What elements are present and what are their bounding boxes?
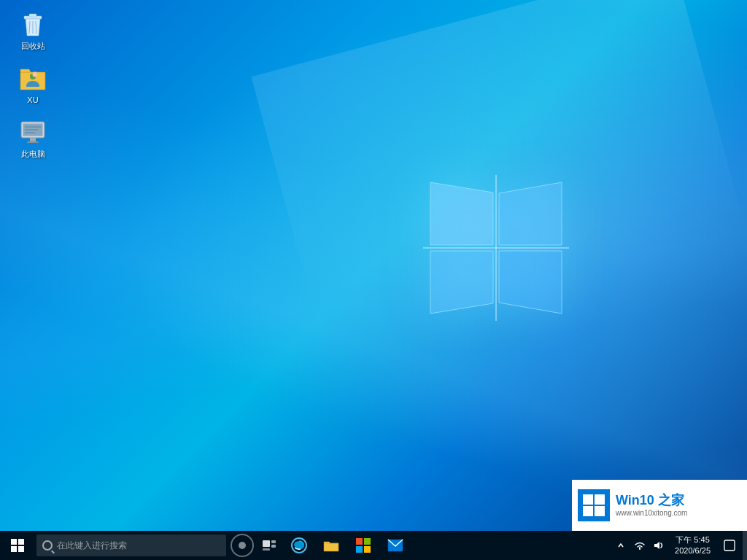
watermark-logo (578, 489, 610, 521)
desktop-icons-container: 回收站 XU (7, 7, 58, 163)
system-tray: 下午 5:45 2020/6/25 (612, 531, 743, 560)
watermark-title: Win10 之家 (616, 494, 687, 507)
clock-display[interactable]: 下午 5:45 2020/6/25 (669, 531, 716, 560)
svg-rect-31 (271, 540, 276, 543)
notification-center-button[interactable] (718, 531, 741, 560)
desktop: 回收站 XU (0, 0, 747, 531)
volume-status-icon (653, 540, 665, 551)
show-hidden-icons-button[interactable] (612, 531, 630, 560)
xu-user-icon[interactable]: XU (7, 61, 58, 108)
svg-rect-35 (356, 538, 363, 545)
xu-user-label: XU (27, 96, 38, 105)
svg-marker-3 (499, 251, 562, 314)
svg-rect-23 (595, 494, 605, 505)
svg-rect-25 (595, 506, 605, 516)
watermark-title-main: Win10 (616, 493, 658, 508)
recycle-bin-label: 回收站 (21, 42, 45, 51)
search-icon (42, 540, 53, 551)
svg-rect-17 (27, 141, 39, 143)
xu-user-image (18, 64, 47, 93)
svg-rect-24 (583, 506, 593, 516)
svg-rect-7 (29, 14, 36, 17)
svg-rect-29 (18, 546, 24, 552)
windows-logo (423, 175, 569, 321)
svg-rect-16 (30, 138, 36, 141)
mail-icon (387, 539, 403, 552)
svg-rect-37 (356, 546, 363, 553)
clock-time: 下午 5:45 (676, 534, 709, 545)
svg-marker-0 (430, 182, 493, 245)
store-taskbar-button[interactable] (347, 531, 379, 560)
svg-rect-26 (11, 539, 17, 545)
network-status-icon (634, 540, 646, 551)
watermark: Win10 之家 www.win10xitong.com (572, 480, 747, 531)
file-explorer-taskbar-button[interactable] (315, 531, 347, 560)
mail-taskbar-button[interactable] (379, 531, 411, 560)
svg-rect-36 (364, 538, 371, 545)
clock-date: 2020/6/25 (675, 545, 711, 556)
watermark-title-highlight: 之家 (658, 493, 684, 508)
svg-rect-40 (724, 540, 735, 551)
cortana-button[interactable] (231, 534, 254, 557)
edge-icon (291, 537, 307, 553)
svg-rect-27 (18, 539, 24, 545)
show-desktop-button[interactable] (743, 531, 747, 560)
watermark-url: www.win10xitong.com (616, 509, 687, 517)
this-pc-icon[interactable]: 此电脑 (7, 115, 58, 162)
svg-marker-1 (499, 182, 562, 245)
svg-rect-33 (263, 548, 270, 551)
recycle-bin-image (18, 10, 47, 39)
chevron-up-icon (618, 541, 624, 550)
svg-rect-22 (583, 494, 593, 505)
recycle-bin-icon[interactable]: 回收站 (7, 7, 58, 54)
start-button[interactable] (0, 531, 35, 560)
svg-rect-38 (364, 546, 371, 553)
svg-rect-32 (271, 545, 276, 548)
task-view-icon (263, 540, 276, 551)
file-explorer-icon (323, 538, 339, 553)
notification-icon (724, 540, 735, 551)
network-icon[interactable] (631, 531, 649, 560)
store-icon (355, 537, 371, 553)
start-icon (11, 539, 24, 552)
this-pc-label: 此电脑 (21, 149, 45, 159)
task-view-button[interactable] (255, 531, 283, 560)
volume-icon[interactable] (650, 531, 667, 560)
search-placeholder: 在此键入进行搜索 (57, 540, 127, 552)
search-box[interactable]: 在此键入进行搜索 (36, 534, 226, 556)
cortana-icon (239, 542, 246, 549)
edge-taskbar-button[interactable] (283, 531, 315, 560)
svg-rect-28 (11, 546, 17, 552)
svg-rect-30 (263, 540, 270, 547)
taskbar: 在此键入进行搜索 (0, 531, 747, 560)
watermark-text: Win10 之家 www.win10xitong.com (616, 494, 687, 517)
svg-marker-2 (430, 251, 493, 314)
this-pc-image (18, 118, 47, 147)
